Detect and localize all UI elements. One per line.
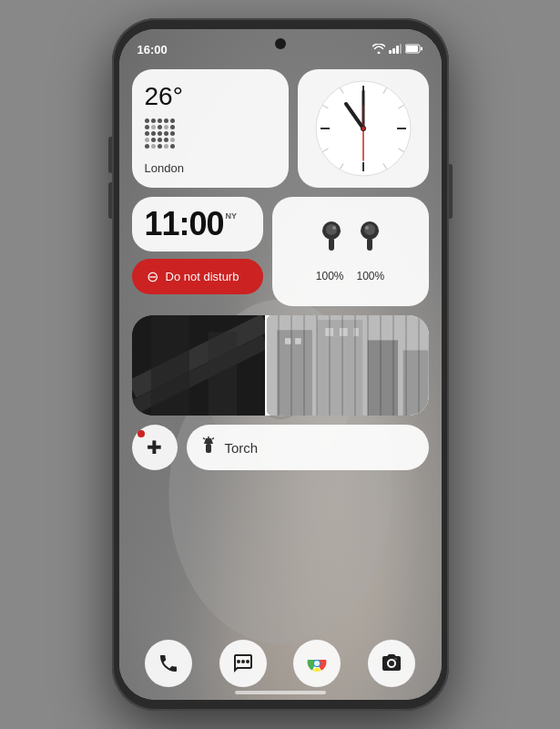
dnd-icon: ⊖ — [147, 268, 158, 285]
signal-icon — [389, 44, 402, 56]
svg-rect-10 — [421, 46, 423, 50]
photo-widget[interactable] — [132, 315, 429, 416]
photo-left — [132, 315, 266, 416]
power-button[interactable] — [449, 164, 453, 219]
digital-timezone: NY — [226, 211, 238, 221]
weather-temp: 26° — [145, 82, 183, 111]
status-time: 16:00 — [137, 43, 168, 56]
vol-down-button[interactable] — [108, 182, 112, 219]
vol-up-button[interactable] — [108, 137, 112, 173]
svg-rect-5 — [392, 48, 395, 54]
dnd-widget[interactable]: ⊖ Do not disturb — [132, 259, 263, 294]
svg-rect-4 — [389, 50, 392, 54]
dock-phone[interactable] — [145, 640, 192, 687]
cross-icon: ✚ — [147, 436, 162, 458]
svg-rect-36 — [367, 238, 372, 251]
svg-rect-53 — [206, 444, 211, 453]
weather-icon — [145, 118, 175, 149]
svg-point-58 — [241, 660, 245, 663]
svg-point-60 — [246, 660, 249, 663]
photo-right — [267, 315, 428, 416]
svg-line-57 — [212, 438, 214, 440]
home-indicator[interactable] — [235, 691, 326, 694]
row4: ✚ Torch — [132, 425, 429, 470]
phone-device: 16:00 — [112, 18, 449, 711]
wifi-icon — [372, 44, 385, 56]
svg-rect-41 — [150, 315, 188, 416]
earbuds-battery: 100% 100% — [316, 270, 384, 282]
status-icons — [372, 44, 423, 56]
earbuds-widget[interactable]: 100% 100% — [272, 197, 429, 306]
dock — [132, 640, 429, 687]
svg-point-29 — [361, 127, 365, 130]
red-dot — [137, 430, 145, 437]
right-battery: 100% — [357, 270, 385, 282]
earbuds-icons — [319, 221, 382, 261]
svg-point-35 — [364, 224, 375, 235]
row2: 11:00 NY ⊖ Do not disturb — [132, 197, 429, 306]
dock-chrome[interactable] — [293, 640, 341, 687]
svg-point-31 — [326, 224, 337, 235]
phone-screen: 16:00 — [119, 29, 442, 700]
dock-camera[interactable] — [368, 640, 415, 687]
svg-point-64 — [389, 661, 394, 666]
left-battery: 100% — [316, 270, 344, 282]
dock-messages[interactable] — [219, 640, 267, 687]
svg-rect-6 — [396, 46, 399, 54]
analog-clock — [313, 78, 413, 179]
torch-label: Torch — [225, 440, 259, 456]
left-earbud-icon — [319, 221, 344, 261]
digital-time: 11:00 — [145, 208, 224, 241]
svg-marker-54 — [204, 438, 213, 444]
dnd-label: Do not disturb — [166, 270, 239, 283]
torch-icon — [201, 436, 216, 458]
svg-point-37 — [365, 226, 369, 230]
right-earbud-icon — [357, 221, 382, 261]
cross-widget[interactable]: ✚ — [132, 425, 178, 470]
row1: 26° London — [132, 69, 429, 188]
battery-icon — [405, 44, 423, 56]
svg-point-33 — [332, 226, 336, 230]
widgets-area: 26° London — [132, 69, 429, 618]
svg-rect-9 — [406, 46, 418, 52]
svg-rect-65 — [394, 658, 397, 660]
weather-widget[interactable]: 26° London — [132, 69, 289, 188]
clock-widget[interactable] — [298, 69, 429, 188]
svg-point-59 — [237, 660, 240, 663]
digital-time-widget[interactable]: 11:00 NY — [132, 197, 263, 252]
svg-rect-42 — [208, 332, 236, 416]
svg-line-56 — [203, 438, 205, 440]
digital-block: 11:00 NY ⊖ Do not disturb — [132, 197, 263, 306]
svg-rect-7 — [400, 44, 402, 54]
camera-notch — [275, 38, 286, 49]
svg-rect-32 — [329, 238, 334, 251]
weather-city: London — [145, 161, 184, 175]
torch-widget[interactable]: Torch — [187, 425, 429, 470]
svg-point-63 — [314, 661, 320, 666]
